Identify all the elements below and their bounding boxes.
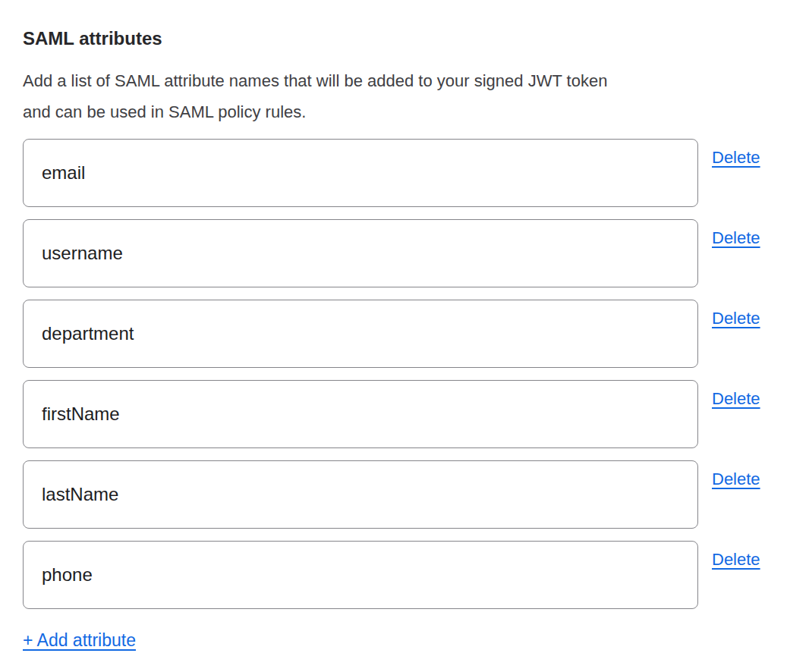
attribute-row: Delete — [23, 300, 786, 368]
attribute-row: Delete — [23, 541, 786, 609]
attribute-input[interactable] — [23, 139, 698, 207]
delete-link[interactable]: Delete — [712, 469, 760, 489]
attribute-input[interactable] — [23, 300, 698, 368]
page-title: SAML attributes — [23, 27, 786, 50]
add-attribute-link[interactable]: + Add attribute — [23, 630, 136, 651]
attribute-list: Delete Delete Delete Delete Delete Delet… — [23, 139, 786, 609]
attribute-input[interactable] — [23, 460, 698, 529]
delete-link[interactable]: Delete — [712, 550, 760, 570]
page-description-line-1: Add a list of SAML attribute names that … — [23, 65, 786, 96]
page-description: Add a list of SAML attribute names that … — [23, 65, 786, 127]
attribute-input[interactable] — [23, 380, 698, 448]
page-description-line-2: and can be used in SAML policy rules. — [23, 96, 786, 127]
delete-link[interactable]: Delete — [712, 389, 760, 409]
delete-link[interactable]: Delete — [712, 228, 760, 248]
delete-link[interactable]: Delete — [712, 148, 760, 168]
attribute-input[interactable] — [23, 219, 698, 287]
attribute-input[interactable] — [23, 541, 698, 609]
delete-link[interactable]: Delete — [712, 309, 760, 328]
attribute-row: Delete — [23, 219, 786, 287]
attribute-row: Delete — [23, 139, 786, 207]
attribute-row: Delete — [23, 460, 786, 529]
attribute-row: Delete — [23, 380, 786, 448]
saml-attributes-section: SAML attributes Add a list of SAML attri… — [0, 0, 809, 651]
